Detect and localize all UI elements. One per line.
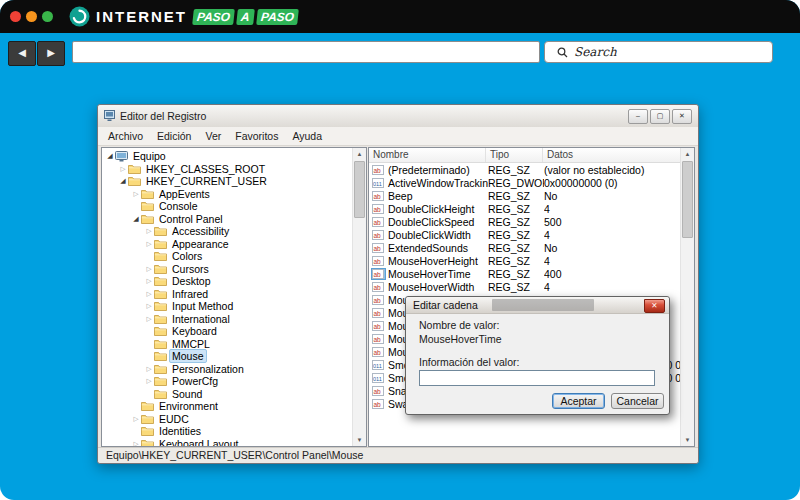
- tree-item-hkey-current-user[interactable]: ◢HKEY_CURRENT_USER: [102, 175, 353, 188]
- registry-value-activewindowtracking[interactable]: 011ActiveWindowTrackingREG_DWORD0x000000…: [369, 176, 681, 189]
- expand-icon[interactable]: ▷: [144, 290, 154, 298]
- folder-icon: [154, 239, 169, 249]
- tree-item-input-method[interactable]: ▷Input Method: [102, 300, 353, 313]
- folder-icon: [154, 376, 169, 386]
- close-button[interactable]: ✕: [672, 109, 692, 124]
- string-value-icon: ab: [372, 230, 385, 240]
- menu-edici-n[interactable]: Edición: [150, 130, 198, 142]
- menu-ver[interactable]: Ver: [198, 130, 228, 142]
- registry-value-mousehoverheight[interactable]: abMouseHoverHeightREG_SZ4: [369, 254, 681, 267]
- value-name: MouseHoverHeight: [388, 255, 478, 267]
- registry-value-beep[interactable]: abBeepREG_SZNo: [369, 189, 681, 202]
- address-bar[interactable]: [72, 41, 540, 63]
- scroll-down-icon[interactable]: ▼: [681, 434, 694, 446]
- tree-scrollbar[interactable]: ▲ ▼: [352, 148, 366, 446]
- value-name: DoubleClickSpeed: [388, 216, 474, 228]
- tree-item-equipo[interactable]: ◢Equipo: [102, 150, 353, 163]
- tree-item-infrared[interactable]: ▷Infrared: [102, 288, 353, 301]
- maximize-button[interactable]: ▢: [650, 109, 670, 124]
- column-header-nombre[interactable]: Nombre: [369, 148, 486, 162]
- registry-value-mousehoverwidth[interactable]: abMouseHoverWidthREG_SZ4: [369, 280, 681, 293]
- registry-value-doubleclickspeed[interactable]: abDoubleClickSpeedREG_SZ500: [369, 215, 681, 228]
- menu-favoritos[interactable]: Favoritos: [228, 130, 285, 142]
- cancel-button[interactable]: Cancelar: [611, 393, 664, 409]
- scroll-up-icon[interactable]: ▲: [681, 148, 694, 160]
- search-icon: [557, 47, 568, 58]
- column-header-datos[interactable]: Datos: [543, 148, 681, 162]
- tree-item-colors[interactable]: Colors: [102, 250, 353, 263]
- expand-icon[interactable]: ▷: [144, 365, 154, 373]
- tree-item-appevents[interactable]: ▷AppEvents: [102, 188, 353, 201]
- svg-text:ab: ab: [374, 231, 382, 238]
- value-name: DoubleClickHeight: [388, 203, 474, 215]
- scroll-down-icon[interactable]: ▼: [353, 434, 366, 446]
- forward-button[interactable]: ▶: [37, 41, 65, 66]
- tree-item-eudc[interactable]: ▷EUDC: [102, 413, 353, 426]
- expand-icon[interactable]: ▷: [144, 265, 154, 273]
- registry-value-predeterminado[interactable]: ab(Predeterminado)REG_SZ(valor no establ…: [369, 163, 681, 176]
- tree-item-hkey-classes-root[interactable]: ▷HKEY_CLASSES_ROOT: [102, 163, 353, 176]
- expand-icon[interactable]: ▷: [131, 440, 141, 446]
- folder-icon: [141, 426, 156, 436]
- registry-value-doubleclickwidth[interactable]: abDoubleClickWidthREG_SZ4: [369, 228, 681, 241]
- tree-item-console[interactable]: Console: [102, 200, 353, 213]
- tree-item-environment[interactable]: Environment: [102, 400, 353, 413]
- column-header-tipo[interactable]: Tipo: [486, 148, 543, 162]
- back-button[interactable]: ◀: [8, 41, 36, 66]
- expand-icon[interactable]: ▷: [131, 415, 141, 423]
- menu-archivo[interactable]: Archivo: [101, 130, 150, 142]
- registry-value-doubleclickheight[interactable]: abDoubleClickHeightREG_SZ4: [369, 202, 681, 215]
- scroll-up-icon[interactable]: ▲: [353, 148, 366, 160]
- tree-view: ◢Equipo▷HKEY_CLASSES_ROOT◢HKEY_CURRENT_U…: [102, 148, 353, 446]
- list-scrollbar[interactable]: ▲ ▼: [680, 148, 694, 446]
- value-type: REG_SZ: [488, 268, 544, 280]
- string-value-icon: ab: [372, 269, 385, 279]
- value-data-input[interactable]: [419, 370, 655, 386]
- dialog-close-button[interactable]: ✕: [644, 299, 665, 313]
- tree-item-mmcpl[interactable]: MMCPL: [102, 338, 353, 351]
- ok-button[interactable]: Aceptar: [552, 393, 605, 409]
- collapse-icon[interactable]: ◢: [105, 152, 115, 160]
- expand-icon[interactable]: ▷: [144, 240, 154, 248]
- folder-icon: [141, 189, 156, 199]
- expand-icon[interactable]: ▷: [118, 165, 128, 173]
- tree-item-accessibility[interactable]: ▷Accessibility: [102, 225, 353, 238]
- expand-icon[interactable]: ▷: [144, 377, 154, 385]
- tree-item-international[interactable]: ▷International: [102, 313, 353, 326]
- tree-item-identities[interactable]: Identities: [102, 425, 353, 438]
- dialog-titlebar[interactable]: Editar cadena ✕: [406, 297, 669, 314]
- tree-item-appearance[interactable]: ▷Appearance: [102, 238, 353, 251]
- brand-logo-icon: [69, 6, 90, 27]
- expand-icon[interactable]: ▷: [144, 277, 154, 285]
- search-input[interactable]: [572, 44, 772, 60]
- collapse-icon[interactable]: ◢: [131, 215, 141, 223]
- value-name-cell: ab(Predeterminado): [369, 164, 488, 176]
- tree-item-mouse[interactable]: Mouse: [102, 350, 353, 363]
- tree-item-control-panel[interactable]: ◢Control Panel: [102, 213, 353, 226]
- scroll-thumb[interactable]: [354, 161, 365, 218]
- tree-item-sound[interactable]: Sound: [102, 388, 353, 401]
- search-box[interactable]: [544, 41, 773, 63]
- value-type: REG_SZ: [488, 164, 544, 176]
- regedit-titlebar[interactable]: Editor del Registro – ▢ ✕: [98, 105, 698, 128]
- tree-item-cursors[interactable]: ▷Cursors: [102, 263, 353, 276]
- tree-item-keyboard[interactable]: Keyboard: [102, 325, 353, 338]
- expand-icon[interactable]: ▷: [144, 227, 154, 235]
- expand-icon[interactable]: ▷: [144, 315, 154, 323]
- tree-item-desktop[interactable]: ▷Desktop: [102, 275, 353, 288]
- tree-item-powercfg[interactable]: ▷PowerCfg: [102, 375, 353, 388]
- registry-value-mousehovertime[interactable]: abMouseHoverTimeREG_SZ400: [369, 267, 681, 280]
- collapse-icon[interactable]: ◢: [118, 177, 128, 185]
- menu-ayuda[interactable]: Ayuda: [285, 130, 329, 142]
- value-name-cell: abMouseHoverHeight: [369, 255, 488, 267]
- scroll-thumb[interactable]: [682, 161, 693, 238]
- expand-icon[interactable]: ▷: [144, 302, 154, 310]
- svg-text:ab: ab: [374, 166, 382, 173]
- minimize-button[interactable]: –: [628, 109, 648, 124]
- brand-name: INTERNET: [96, 8, 187, 25]
- tree-item-personalization[interactable]: ▷Personalization: [102, 363, 353, 376]
- brand-secondary: PASOAPASO: [193, 9, 298, 25]
- registry-value-extendedsounds[interactable]: abExtendedSoundsREG_SZNo: [369, 241, 681, 254]
- tree-item-keyboard-layout[interactable]: ▷Keyboard Layout: [102, 438, 353, 447]
- expand-icon[interactable]: ▷: [131, 190, 141, 198]
